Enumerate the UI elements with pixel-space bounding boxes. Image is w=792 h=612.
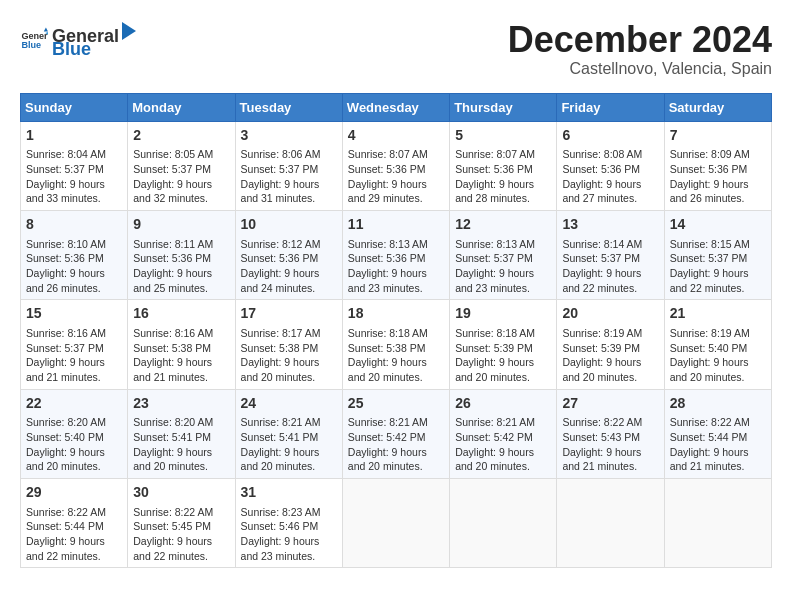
logo-arrow-icon	[120, 20, 138, 42]
daylight-label: Daylight: 9 hours and 22 minutes.	[670, 267, 749, 294]
daylight-label: Daylight: 9 hours and 22 minutes.	[133, 535, 212, 562]
calendar-cell: 18 Sunrise: 8:18 AM Sunset: 5:38 PM Dayl…	[342, 300, 449, 389]
daylight-label: Daylight: 9 hours and 27 minutes.	[562, 178, 641, 205]
sunset-label: Sunset: 5:44 PM	[26, 520, 104, 532]
location-title: Castellnovo, Valencia, Spain	[508, 60, 772, 78]
sunrise-label: Sunrise: 8:14 AM	[562, 238, 642, 250]
sunset-label: Sunset: 5:46 PM	[241, 520, 319, 532]
daylight-label: Daylight: 9 hours and 24 minutes.	[241, 267, 320, 294]
calendar-cell: 23 Sunrise: 8:20 AM Sunset: 5:41 PM Dayl…	[128, 389, 235, 478]
calendar-header-row: SundayMondayTuesdayWednesdayThursdayFrid…	[21, 93, 772, 121]
sunrise-label: Sunrise: 8:22 AM	[562, 416, 642, 428]
sunset-label: Sunset: 5:38 PM	[133, 342, 211, 354]
day-number: 25	[348, 394, 444, 414]
day-of-week-header: Friday	[557, 93, 664, 121]
calendar-cell: 20 Sunrise: 8:19 AM Sunset: 5:39 PM Dayl…	[557, 300, 664, 389]
svg-text:General: General	[21, 31, 48, 41]
sunset-label: Sunset: 5:43 PM	[562, 431, 640, 443]
logo-icon: General Blue	[20, 26, 48, 54]
calendar-cell: 3 Sunrise: 8:06 AM Sunset: 5:37 PM Dayli…	[235, 121, 342, 210]
day-number: 17	[241, 304, 337, 324]
sunrise-label: Sunrise: 8:19 AM	[562, 327, 642, 339]
sunset-label: Sunset: 5:40 PM	[670, 342, 748, 354]
sunset-label: Sunset: 5:37 PM	[26, 342, 104, 354]
day-number: 3	[241, 126, 337, 146]
sunset-label: Sunset: 5:36 PM	[562, 163, 640, 175]
daylight-label: Daylight: 9 hours and 28 minutes.	[455, 178, 534, 205]
sunset-label: Sunset: 5:37 PM	[455, 252, 533, 264]
sunset-label: Sunset: 5:36 PM	[133, 252, 211, 264]
day-number: 23	[133, 394, 229, 414]
daylight-label: Daylight: 9 hours and 20 minutes.	[348, 446, 427, 473]
daylight-label: Daylight: 9 hours and 25 minutes.	[133, 267, 212, 294]
sunset-label: Sunset: 5:36 PM	[26, 252, 104, 264]
daylight-label: Daylight: 9 hours and 23 minutes.	[455, 267, 534, 294]
calendar-week-row: 29 Sunrise: 8:22 AM Sunset: 5:44 PM Dayl…	[21, 478, 772, 567]
sunset-label: Sunset: 5:39 PM	[455, 342, 533, 354]
sunset-label: Sunset: 5:38 PM	[348, 342, 426, 354]
day-number: 19	[455, 304, 551, 324]
calendar-cell: 6 Sunrise: 8:08 AM Sunset: 5:36 PM Dayli…	[557, 121, 664, 210]
daylight-label: Daylight: 9 hours and 20 minutes.	[670, 356, 749, 383]
day-number: 15	[26, 304, 122, 324]
daylight-label: Daylight: 9 hours and 26 minutes.	[26, 267, 105, 294]
calendar-cell: 24 Sunrise: 8:21 AM Sunset: 5:41 PM Dayl…	[235, 389, 342, 478]
calendar-cell	[664, 478, 771, 567]
day-of-week-header: Sunday	[21, 93, 128, 121]
sunrise-label: Sunrise: 8:08 AM	[562, 148, 642, 160]
calendar-cell	[450, 478, 557, 567]
day-number: 24	[241, 394, 337, 414]
daylight-label: Daylight: 9 hours and 21 minutes.	[133, 356, 212, 383]
sunrise-label: Sunrise: 8:21 AM	[455, 416, 535, 428]
day-number: 4	[348, 126, 444, 146]
sunset-label: Sunset: 5:42 PM	[348, 431, 426, 443]
sunset-label: Sunset: 5:44 PM	[670, 431, 748, 443]
sunrise-label: Sunrise: 8:13 AM	[348, 238, 428, 250]
calendar-cell	[557, 478, 664, 567]
sunrise-label: Sunrise: 8:10 AM	[26, 238, 106, 250]
sunrise-label: Sunrise: 8:06 AM	[241, 148, 321, 160]
sunrise-label: Sunrise: 8:21 AM	[348, 416, 428, 428]
sunrise-label: Sunrise: 8:21 AM	[241, 416, 321, 428]
daylight-label: Daylight: 9 hours and 21 minutes.	[562, 446, 641, 473]
day-number: 10	[241, 215, 337, 235]
calendar-cell: 22 Sunrise: 8:20 AM Sunset: 5:40 PM Dayl…	[21, 389, 128, 478]
day-number: 22	[26, 394, 122, 414]
sunrise-label: Sunrise: 8:12 AM	[241, 238, 321, 250]
sunset-label: Sunset: 5:36 PM	[348, 163, 426, 175]
sunset-label: Sunset: 5:37 PM	[562, 252, 640, 264]
day-number: 8	[26, 215, 122, 235]
sunset-label: Sunset: 5:42 PM	[455, 431, 533, 443]
sunrise-label: Sunrise: 8:13 AM	[455, 238, 535, 250]
day-number: 14	[670, 215, 766, 235]
calendar-cell: 13 Sunrise: 8:14 AM Sunset: 5:37 PM Dayl…	[557, 210, 664, 299]
calendar-cell: 26 Sunrise: 8:21 AM Sunset: 5:42 PM Dayl…	[450, 389, 557, 478]
day-number: 29	[26, 483, 122, 503]
logo: General Blue General Blue	[20, 20, 139, 60]
calendar-cell	[342, 478, 449, 567]
sunset-label: Sunset: 5:37 PM	[26, 163, 104, 175]
sunset-label: Sunset: 5:40 PM	[26, 431, 104, 443]
day-of-week-header: Thursday	[450, 93, 557, 121]
sunset-label: Sunset: 5:45 PM	[133, 520, 211, 532]
daylight-label: Daylight: 9 hours and 23 minutes.	[348, 267, 427, 294]
calendar-cell: 9 Sunrise: 8:11 AM Sunset: 5:36 PM Dayli…	[128, 210, 235, 299]
calendar-cell: 1 Sunrise: 8:04 AM Sunset: 5:37 PM Dayli…	[21, 121, 128, 210]
sunrise-label: Sunrise: 8:07 AM	[348, 148, 428, 160]
calendar-cell: 21 Sunrise: 8:19 AM Sunset: 5:40 PM Dayl…	[664, 300, 771, 389]
calendar-cell: 2 Sunrise: 8:05 AM Sunset: 5:37 PM Dayli…	[128, 121, 235, 210]
calendar-cell: 10 Sunrise: 8:12 AM Sunset: 5:36 PM Dayl…	[235, 210, 342, 299]
calendar-cell: 25 Sunrise: 8:21 AM Sunset: 5:42 PM Dayl…	[342, 389, 449, 478]
sunrise-label: Sunrise: 8:20 AM	[133, 416, 213, 428]
calendar-cell: 4 Sunrise: 8:07 AM Sunset: 5:36 PM Dayli…	[342, 121, 449, 210]
day-of-week-header: Monday	[128, 93, 235, 121]
daylight-label: Daylight: 9 hours and 20 minutes.	[455, 356, 534, 383]
sunrise-label: Sunrise: 8:15 AM	[670, 238, 750, 250]
sunrise-label: Sunrise: 8:16 AM	[133, 327, 213, 339]
daylight-label: Daylight: 9 hours and 31 minutes.	[241, 178, 320, 205]
svg-marker-4	[122, 22, 136, 40]
calendar-cell: 28 Sunrise: 8:22 AM Sunset: 5:44 PM Dayl…	[664, 389, 771, 478]
daylight-label: Daylight: 9 hours and 20 minutes.	[455, 446, 534, 473]
daylight-label: Daylight: 9 hours and 33 minutes.	[26, 178, 105, 205]
daylight-label: Daylight: 9 hours and 21 minutes.	[670, 446, 749, 473]
